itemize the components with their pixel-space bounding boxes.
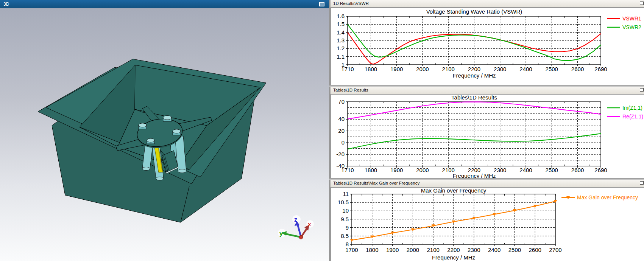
axis-label-y: y: [279, 230, 283, 237]
restore-window-icon[interactable]: [640, 2, 644, 5]
x-tick-label: 2200: [447, 247, 460, 253]
x-tick-label: 2500: [546, 66, 558, 72]
x-tick-label: 2500: [546, 167, 558, 173]
impedance-chart[interactable]: Tables\1D Results17101800190020002100220…: [331, 95, 644, 179]
y-tick-label: 8.5: [341, 233, 349, 239]
y-tick-label: 1.5: [337, 21, 345, 27]
x-tick-label: 2300: [494, 66, 506, 72]
axis-label-x: x: [308, 221, 311, 227]
y-tick-label: -40: [336, 163, 345, 169]
y-tick-label: 8: [346, 241, 349, 247]
legend-label[interactable]: Re(Z1,1): [622, 113, 643, 120]
x-tick-label: 2400: [519, 167, 532, 173]
x-tick-label: 2600: [571, 167, 584, 173]
x-axis-title: Frequency / MHz: [452, 172, 496, 179]
impedance-results-panel: Tables\1D Results Tables\1D Results17101…: [331, 87, 644, 178]
y-tick-label: 11: [343, 191, 349, 197]
y-tick-label: 1: [341, 61, 345, 68]
x-tick-label: 2000: [407, 247, 419, 253]
x-tick-label: 2500: [508, 247, 521, 253]
y-tick-label: -20: [336, 151, 345, 157]
3d-model-view[interactable]: z y x: [0, 8, 329, 261]
axis-triad: z y x: [278, 215, 314, 239]
x-tick-label: 1900: [390, 167, 403, 173]
y-tick-label: 1.2: [337, 45, 345, 51]
chart-title: Tables\1D Results: [451, 95, 497, 101]
y-tick-label: 9: [346, 224, 349, 231]
max-gain-panel-title: Tables\1D Results\Max Gain over Frequenc…: [333, 181, 419, 185]
legend-label[interactable]: VSWR1: [622, 16, 641, 22]
x-tick-label: 2100: [427, 247, 440, 253]
vswr-panel-title: 1D Results\VSWR: [333, 1, 369, 6]
y-tick-label: 10: [342, 207, 349, 214]
x-tick-label: 1800: [365, 167, 377, 173]
x-tick-label: 1900: [386, 247, 399, 253]
vswr-results-panel: 1D Results\VSWR Voltage Standing Wave Ra…: [331, 0, 644, 85]
x-tick-label: 1700: [345, 247, 358, 253]
x-tick-label: 2600: [571, 66, 584, 72]
vswr-chart-area: Voltage Standing Wave Ratio (VSWR)171018…: [331, 8, 644, 85]
max-gain-chart-area: Max Gain over Frequency17001800190020002…: [331, 187, 644, 261]
restore-window-icon[interactable]: [319, 2, 324, 6]
x-tick-label: 2000: [416, 167, 429, 173]
x-tick-label: 2700: [549, 247, 561, 253]
impedance-panel-title: Tables\1D Results: [333, 88, 368, 92]
legend-label[interactable]: Max Gain over Frequency: [577, 194, 638, 200]
x-tick-label: 2400: [519, 66, 532, 72]
legend-label[interactable]: Im(Z1,1): [622, 105, 642, 111]
y-tick-label: 1.6: [337, 13, 345, 19]
vswr-panel-titlebar[interactable]: 1D Results\VSWR: [331, 0, 644, 8]
vswr-chart[interactable]: Voltage Standing Wave Ratio (VSWR)171018…: [331, 8, 644, 85]
application-window: 3D: [0, 0, 644, 261]
y-tick-label: 1.1: [337, 53, 345, 60]
chart-title: Max Gain over Frequency: [421, 188, 487, 194]
3d-viewport-panel: 3D: [0, 0, 329, 261]
y-tick-label: 1.4: [337, 29, 345, 36]
x-tick-label: 2300: [468, 247, 480, 253]
restore-window-icon[interactable]: [640, 181, 644, 185]
x-axis-title: Frequency / MHz: [452, 72, 496, 79]
3d-panel-titlebar[interactable]: 3D: [0, 0, 329, 8]
x-tick-label: 2200: [468, 66, 480, 72]
x-tick-label: 1900: [390, 66, 403, 72]
x-tick-label: 2400: [488, 247, 501, 253]
y-tick-label: 0: [341, 139, 345, 146]
max-gain-chart[interactable]: Max Gain over Frequency17001800190020002…: [331, 188, 644, 261]
impedance-panel-titlebar[interactable]: Tables\1D Results: [331, 87, 644, 94]
legend-label[interactable]: VSWR2: [622, 24, 641, 30]
x-tick-label: 2690: [594, 66, 607, 72]
y-tick-label: 1.3: [337, 37, 345, 44]
impedance-chart-area: Tables\1D Results17101800190020002100220…: [331, 94, 644, 178]
y-tick-label: 40: [338, 116, 345, 122]
max-gain-panel-titlebar[interactable]: Tables\1D Results\Max Gain over Frequenc…: [331, 180, 644, 187]
y-tick-label: 20: [338, 127, 345, 134]
3d-panel-title: 3D: [3, 2, 9, 7]
x-tick-label: 2100: [442, 66, 455, 72]
x-tick-label: 1800: [366, 247, 378, 253]
chart-title: Voltage Standing Wave Ratio (VSWR): [426, 8, 522, 15]
3d-scene-background: z y x: [0, 8, 329, 261]
y-tick-label: 70: [338, 98, 345, 105]
x-tick-label: 2690: [594, 167, 607, 173]
x-axis-title: Frequency / MHz: [432, 254, 475, 261]
x-tick-label: 1800: [365, 66, 377, 72]
x-tick-label: 2600: [529, 247, 541, 253]
y-tick-label: 10.5: [338, 199, 349, 205]
y-tick-label: 9.5: [341, 216, 349, 222]
max-gain-panel: Tables\1D Results\Max Gain over Frequenc…: [331, 180, 644, 261]
axis-label-z: z: [294, 216, 297, 223]
x-tick-label: 2000: [416, 66, 429, 72]
restore-window-icon[interactable]: [640, 88, 644, 92]
